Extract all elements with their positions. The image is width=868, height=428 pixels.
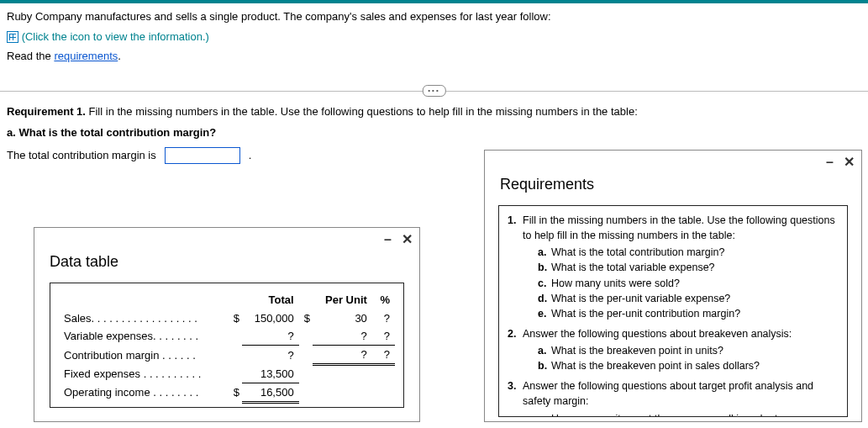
requirement-sub-number: a. xyxy=(538,411,546,418)
col-pct: % xyxy=(372,290,395,309)
table-header-row: Total Per Unit % xyxy=(59,290,395,309)
requirements-title: Requirements xyxy=(485,174,861,205)
minimize-icon[interactable]: – xyxy=(384,233,392,246)
period: . xyxy=(118,50,121,62)
requirement-subitem: b.What is the total variable expense? xyxy=(538,260,839,275)
close-icon[interactable]: ✕ xyxy=(402,233,413,246)
requirement-sub-text: What is the total variable expense? xyxy=(551,262,715,273)
requirement-sub-number: a. xyxy=(538,245,546,260)
data-table-panel: – ✕ Data table Total Per Unit % Sales. .… xyxy=(34,227,420,422)
requirement-text: Answer the following questions about bre… xyxy=(523,328,792,340)
data-table-box: Total Per Unit % Sales. . . . . . . . . … xyxy=(50,283,404,408)
requirement-number: 2. xyxy=(508,326,516,341)
table-row: Sales. . . . . . . . . . . . . . . . . .… xyxy=(59,309,395,327)
intro-block: Ruby Company manufactures and sells a si… xyxy=(0,3,868,75)
requirement-subitem: b.What is the breakeven point in sales d… xyxy=(538,358,839,373)
data-table: Total Per Unit % Sales. . . . . . . . . … xyxy=(59,290,395,404)
cm-pct: ? xyxy=(372,346,395,365)
requirements-panel: – ✕ Requirements 1.Fill in the missing n… xyxy=(484,150,862,422)
requirement-subitem: c.How many units were sold? xyxy=(538,276,839,291)
requirement-number: 1. xyxy=(508,213,516,228)
requirement-item: 3.Answer the following questions about t… xyxy=(508,378,839,417)
requirement-sub-text: What is the per-unit contribution margin… xyxy=(551,308,740,320)
requirement-sub-text: How many units were sold? xyxy=(551,277,680,289)
answer-label: The total contribution margin is xyxy=(7,149,156,161)
table-row: Contribution margin . . . . . . ? ? ? xyxy=(59,346,395,365)
sales-per-unit: 30 xyxy=(313,309,372,327)
requirement-subitem: d.What is the per-unit variable expense? xyxy=(538,291,839,306)
requirement-text: Answer the following questions about tar… xyxy=(523,380,813,407)
expand-badge[interactable]: ••• xyxy=(422,85,445,97)
req1-heading-rest: Fill in the missing numbers in the table… xyxy=(86,105,638,118)
read-label: Read the xyxy=(7,50,54,62)
table-icon[interactable] xyxy=(7,31,18,43)
table-row: Operating income . . . . . . . . $ 16,50… xyxy=(59,383,395,402)
row-label-oi: Operating income . . . . . . . . xyxy=(59,383,229,402)
sales-total: 150,000 xyxy=(242,309,299,327)
requirement-subitem: a.What is the breakeven point in units? xyxy=(538,343,839,358)
requirement-item: 2.Answer the following questions about b… xyxy=(508,326,839,373)
requirement-sub-number: c. xyxy=(538,276,546,291)
cm-per-unit: ? xyxy=(313,346,372,365)
total-contribution-margin-input[interactable] xyxy=(165,147,240,164)
var-exp-total: ? xyxy=(242,327,299,346)
requirement-sub-text: How many units must the company sell in … xyxy=(551,413,816,418)
close-icon[interactable]: ✕ xyxy=(844,156,855,169)
row-label-var-exp: Variable expenses. . . . . . . . xyxy=(59,327,229,346)
requirement-subitem: a.What is the total contribution margin? xyxy=(538,245,839,260)
requirement-sub-text: What is the breakeven point in sales dol… xyxy=(551,360,760,372)
requirement-text: Fill in the missing numbers in the table… xyxy=(523,214,835,241)
requirement-subitem: a.How many units must the company sell i… xyxy=(538,411,839,418)
oi-total: 16,500 xyxy=(242,383,299,402)
requirement-sub-number: a. xyxy=(538,343,546,358)
row-label-sales: Sales. . . . . . . . . . . . . . . . . . xyxy=(59,309,229,327)
requirements-body: 1.Fill in the missing numbers in the tab… xyxy=(498,205,848,417)
requirement-sub-text: What is the per-unit variable expense? xyxy=(551,293,730,304)
requirement-item: 1.Fill in the missing numbers in the tab… xyxy=(508,213,839,321)
requirement-sub-number: e. xyxy=(538,306,546,321)
minimize-icon[interactable]: – xyxy=(826,156,834,169)
var-exp-pct: ? xyxy=(372,327,395,346)
req1-question-a: a. What is the total contribution margin… xyxy=(7,126,216,139)
requirement-sub-text: What is the breakeven point in units? xyxy=(551,345,723,357)
row-label-cm: Contribution margin . . . . . . xyxy=(59,346,229,365)
requirement-subitem: e.What is the per-unit contribution marg… xyxy=(538,306,839,321)
var-exp-per-unit: ? xyxy=(313,327,372,346)
data-table-title: Data table xyxy=(34,251,419,283)
sales-pct: ? xyxy=(372,309,395,327)
col-total: Total xyxy=(242,290,299,309)
view-info-link[interactable]: (Click the icon to view the information.… xyxy=(22,30,209,43)
answer-period: . xyxy=(249,149,252,161)
requirement-sub-number: d. xyxy=(538,291,547,306)
fixed-total: 13,500 xyxy=(242,365,299,383)
requirement-number: 3. xyxy=(508,378,516,394)
content-divider: ••• xyxy=(0,83,868,98)
table-row: Variable expenses. . . . . . . . ? ? ? xyxy=(59,327,395,346)
requirement-sub-number: b. xyxy=(538,260,547,275)
table-row: Fixed expenses . . . . . . . . . . 13,50… xyxy=(59,365,395,383)
col-per-unit: Per Unit xyxy=(313,290,372,309)
intro-line1: Ruby Company manufactures and sells a si… xyxy=(7,8,861,25)
row-label-fixed: Fixed expenses . . . . . . . . . . xyxy=(59,365,229,383)
cm-total: ? xyxy=(242,346,299,365)
requirements-link[interactable]: requirements xyxy=(54,50,118,62)
req1-heading: Requirement 1. xyxy=(7,105,86,118)
requirement-sub-number: b. xyxy=(538,358,547,373)
requirement-sub-text: What is the total contribution margin? xyxy=(551,246,724,258)
